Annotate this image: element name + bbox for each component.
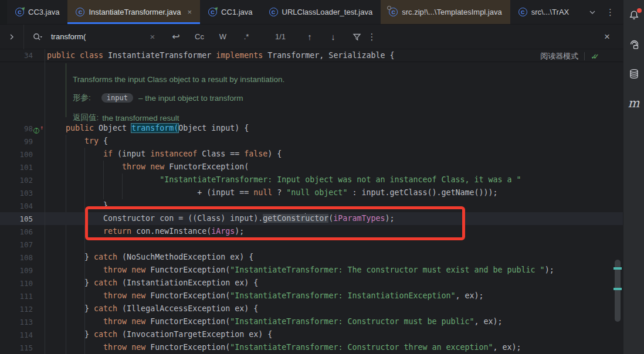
code-text[interactable]: public class InstantiateTransformer impl… [45, 49, 394, 62]
newline-icon[interactable]: ↩ [168, 29, 184, 45]
inspections-ok-icon[interactable]: ✓✓ [591, 52, 599, 61]
tab-label: InstantiateTransformer.java [89, 8, 181, 16]
rendered-javadoc: Transforms the input Class object to a r… [0, 62, 623, 117]
right-tool-stripe: m [623, 0, 644, 354]
notifications-bell-icon[interactable] [623, 5, 644, 26]
maven-tool-icon[interactable]: m [623, 93, 644, 114]
line-number[interactable]: 112 [0, 305, 45, 314]
code-line[interactable]: 113 throw new FunctorException("Instanti… [0, 315, 623, 328]
code-line[interactable]: 101 throw new FunctorException( [0, 161, 623, 173]
line-number[interactable]: 98I↑ [0, 124, 45, 133]
line-number[interactable]: 100 [0, 150, 45, 159]
line-number[interactable]: 113 [0, 318, 45, 326]
sticky-header-line: 34public class InstantiateTransformer im… [0, 49, 623, 62]
previous-occurrence-button[interactable]: ↑ [302, 29, 317, 45]
class-run-icon: C [15, 8, 24, 16]
code-line[interactable]: 103 + (input == null ? "null object" : i… [0, 186, 623, 199]
gutter-separator [45, 49, 45, 354]
tab-bar-extras: ⋮ [588, 0, 623, 24]
filter-icon[interactable] [349, 29, 364, 45]
code-line[interactable]: 102 "InstantiateTransformer: Input objec… [0, 173, 623, 186]
code-text[interactable]: + (input == null ? "null object" : input… [45, 186, 498, 199]
next-occurrence-button[interactable]: ↓ [326, 29, 341, 45]
find-options-kebab-icon[interactable]: ⋮ [364, 29, 379, 45]
reader-mode-widget: 阅读器模式 ✓✓ [540, 51, 599, 62]
ai-search-icon[interactable] [623, 34, 644, 55]
line-number[interactable]: 106 [0, 227, 45, 236]
code-line[interactable]: 114 } catch (InvocationTargetException e… [0, 328, 623, 341]
line-number[interactable]: 108 [0, 253, 45, 262]
tab-close-icon[interactable]: × [188, 8, 192, 16]
editor-tab[interactable]: Csrc.zip!\...\TemplatesImpl.java [381, 0, 510, 24]
code-line[interactable]: 110 } catch (InstantiationException ex) … [0, 277, 623, 290]
overrides-icon[interactable]: I↑ [33, 126, 43, 135]
editor-tab[interactable]: CInstantiateTransformer.java× [67, 0, 200, 24]
editor-tab[interactable]: CCC1.java [200, 0, 260, 24]
code-text[interactable]: throw new FunctorException("InstantiateT… [45, 290, 484, 302]
code-text[interactable]: } catch (InstantiationException ex) { [45, 277, 258, 290]
code-line[interactable]: 109 throw new FunctorException("Instanti… [0, 264, 623, 277]
code-line[interactable]: 111 throw new FunctorException("Instanti… [0, 290, 623, 302]
code-text[interactable]: "InstantiateTransformer: Input object wa… [45, 173, 521, 186]
code-line[interactable]: 112 } catch (IllegalAccessException ex) … [0, 302, 623, 315]
clear-search-icon[interactable]: × [145, 29, 160, 45]
code-text[interactable]: } catch (InvocationTargetException ex) { [45, 328, 272, 341]
editor-tab[interactable]: Csrc\...\TrAX [510, 0, 578, 24]
editor-tab[interactable]: CCC3.java [7, 0, 67, 24]
line-number[interactable]: 107 [0, 240, 45, 249]
reader-mode-toggle[interactable]: 阅读器模式 [540, 51, 578, 62]
close-find-bar-icon[interactable]: × [599, 29, 615, 45]
line-number[interactable]: 105 [0, 215, 45, 223]
line-number[interactable]: 111 [0, 292, 45, 301]
line-number[interactable]: 102 [0, 176, 45, 185]
whole-words-toggle[interactable]: W [215, 29, 231, 45]
annotation-rectangle [85, 206, 465, 240]
doc-summary: Transforms the input Class object to a r… [73, 75, 284, 84]
tab-label: URLClassLoader_test.java [282, 8, 373, 16]
code-line[interactable]: 98I↑ public Object transform(Object inpu… [0, 122, 623, 135]
search-icon[interactable] [30, 29, 45, 45]
line-number[interactable]: 114 [0, 331, 45, 339]
code-text[interactable]: if (input instanceof Class == false) { [45, 148, 282, 161]
scrollbar-mark [614, 267, 622, 270]
doc-param-pill: input [101, 93, 133, 103]
search-input[interactable]: transform( [51, 32, 145, 41]
code-line[interactable]: 108 } catch (NoSuchMethodException ex) { [0, 251, 623, 264]
line-number[interactable]: 110 [0, 279, 45, 288]
code-text[interactable]: public Object transform(Object input) { [45, 122, 249, 135]
code-text[interactable]: } catch (IllegalAccessException ex) { [45, 302, 258, 315]
code-editor[interactable]: 34public class InstantiateTransformer im… [0, 49, 623, 354]
editor-tab[interactable]: CURLClassLoader_test.java [261, 0, 381, 24]
line-number[interactable]: 103 [0, 189, 45, 198]
code-text[interactable]: throw new FunctorException("InstantiateT… [45, 315, 503, 328]
tab-label: CC3.java [28, 8, 59, 16]
line-number[interactable]: 101 [0, 163, 45, 172]
hidden-tabs-chevron-icon[interactable] [588, 8, 596, 16]
code-text[interactable]: throw new FunctorException("InstantiateT… [45, 264, 554, 277]
code-text[interactable]: try { [45, 135, 108, 148]
database-icon[interactable] [623, 63, 644, 84]
code-text[interactable]: throw new FunctorException( [45, 161, 249, 173]
match-case-toggle[interactable]: Cc [192, 29, 207, 45]
tab-options-kebab-icon[interactable]: ⋮ [606, 7, 615, 18]
line-number[interactable]: 34 [0, 51, 45, 60]
code-text[interactable]: } catch (NoSuchMethodException ex) { [45, 251, 253, 264]
rendered-doc-guide [66, 63, 66, 117]
code-line[interactable]: 115 throw new FunctorException("Instanti… [0, 341, 623, 354]
code-line[interactable]: 100 if (input instanceof Class == false)… [0, 148, 623, 161]
code-text[interactable]: throw new FunctorException("InstantiateT… [45, 341, 521, 354]
line-number[interactable]: 99 [0, 137, 45, 146]
code-line[interactable]: 99 try { [0, 135, 623, 148]
find-bar: transform( × ↩ Cc W .* 1/1 ↑ ↓ ⋮ × [0, 25, 623, 49]
tab-label: src.zip!\...\TemplatesImpl.java [402, 8, 502, 16]
line-number[interactable]: 115 [0, 343, 45, 352]
regex-toggle[interactable]: .* [239, 29, 254, 45]
doc-returns-desc: the transformed result [102, 114, 179, 122]
doc-params-row: 形参: input – the input object to transfor… [73, 93, 243, 103]
doc-params-label: 形参: [73, 93, 91, 103]
line-number[interactable]: 104 [0, 202, 45, 210]
scrollbar-mark [614, 288, 622, 290]
tab-label: CC1.java [221, 8, 252, 16]
line-number[interactable]: 109 [0, 266, 45, 275]
find-expand-chevron-icon[interactable] [0, 33, 23, 40]
